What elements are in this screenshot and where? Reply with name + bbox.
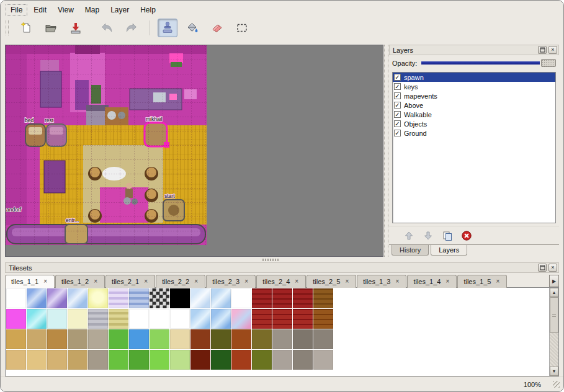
tileset-tile[interactable] bbox=[109, 329, 128, 349]
tileset-tile[interactable] bbox=[6, 350, 26, 370]
tileset-tile[interactable] bbox=[129, 288, 149, 308]
tileset-tile[interactable] bbox=[47, 329, 67, 349]
tileset-tile[interactable] bbox=[293, 329, 313, 349]
tileset-tile[interactable] bbox=[231, 350, 251, 370]
tileset-tab-tiles_1_3[interactable]: tiles_1_3× bbox=[357, 275, 406, 288]
scroll-up-icon[interactable]: ▲ bbox=[550, 288, 558, 297]
tab-close-icon[interactable]: × bbox=[444, 278, 450, 285]
tab-close-icon[interactable]: × bbox=[143, 278, 149, 285]
tileset-tile[interactable] bbox=[231, 329, 251, 349]
menu-edit[interactable]: Edit bbox=[29, 4, 51, 16]
tileset-tile[interactable] bbox=[252, 329, 272, 349]
toolbar-drag-handle[interactable] bbox=[6, 20, 9, 35]
layer-row-mapevents[interactable]: ✓mapevents bbox=[393, 91, 555, 100]
tileset-scrollbar[interactable]: ▲ ▼ bbox=[549, 288, 558, 376]
menu-file[interactable]: File bbox=[6, 4, 27, 16]
tab-close-icon[interactable]: × bbox=[92, 278, 99, 285]
dock-tab-history[interactable]: History bbox=[392, 245, 429, 256]
tileset-tab-tiles_2_4[interactable]: tiles_2_4× bbox=[256, 275, 306, 288]
tileset-tile[interactable] bbox=[170, 350, 190, 370]
lower-layer-button[interactable] bbox=[421, 228, 436, 243]
tileset-tile[interactable] bbox=[68, 350, 87, 370]
tileset-tile[interactable] bbox=[27, 309, 47, 329]
tileset-tile[interactable] bbox=[293, 350, 313, 370]
tileset-tab-tiles_2_5[interactable]: tiles_2_5× bbox=[307, 275, 356, 288]
opacity-slider[interactable] bbox=[421, 58, 556, 68]
tileset-tab-tiles_2_2[interactable]: tiles_2_2× bbox=[156, 275, 205, 288]
tileset-tile[interactable] bbox=[47, 309, 67, 329]
tileset-tile[interactable] bbox=[272, 309, 292, 329]
menu-map[interactable]: Map bbox=[80, 4, 104, 16]
tileset-tile[interactable] bbox=[252, 309, 272, 329]
float-icon[interactable] bbox=[538, 264, 547, 272]
scrollbar-thumb[interactable] bbox=[550, 297, 558, 333]
dock-resize-handle[interactable] bbox=[384, 45, 388, 257]
tileset-tile[interactable] bbox=[88, 350, 108, 370]
rect-select-button[interactable] bbox=[232, 19, 252, 37]
tileset-tile[interactable] bbox=[6, 309, 26, 329]
tileset-tile[interactable] bbox=[109, 309, 128, 329]
layer-row-objects[interactable]: ✓Objects bbox=[393, 119, 555, 128]
tileset-tile[interactable] bbox=[129, 350, 149, 370]
tileset-tile[interactable] bbox=[293, 309, 313, 329]
tileset-tile[interactable] bbox=[6, 288, 26, 308]
tileset-tile[interactable] bbox=[6, 329, 26, 349]
tileset-tile[interactable] bbox=[190, 329, 210, 349]
tab-close-icon[interactable]: × bbox=[42, 278, 48, 285]
menu-view[interactable]: View bbox=[53, 4, 79, 16]
tileset-tile[interactable] bbox=[313, 350, 333, 370]
tileset-tab-tiles_1_5[interactable]: tiles_1_5× bbox=[457, 275, 507, 288]
new-button[interactable] bbox=[16, 19, 36, 37]
tileset-tile[interactable] bbox=[313, 329, 333, 349]
tileset-tile[interactable] bbox=[150, 288, 169, 308]
menu-help[interactable]: Help bbox=[135, 4, 161, 16]
eraser-button[interactable] bbox=[207, 19, 227, 37]
delete-layer-button[interactable] bbox=[459, 228, 474, 243]
close-icon[interactable]: × bbox=[548, 46, 557, 54]
tileset-tile[interactable] bbox=[170, 329, 190, 349]
open-button[interactable] bbox=[41, 19, 61, 37]
opacity-slider-handle[interactable] bbox=[541, 59, 556, 67]
tab-close-icon[interactable]: × bbox=[243, 278, 249, 285]
tab-scroll-right-icon[interactable]: ▶ bbox=[549, 275, 559, 287]
tileset-tile[interactable] bbox=[211, 309, 231, 329]
tab-close-icon[interactable]: × bbox=[394, 278, 400, 285]
tileset-tile[interactable] bbox=[252, 288, 272, 308]
layer-visibility-checkbox[interactable]: ✓ bbox=[394, 120, 401, 127]
tileset-tile[interactable] bbox=[129, 309, 149, 329]
tileset-tile[interactable] bbox=[27, 329, 47, 349]
tileset-tile[interactable] bbox=[109, 350, 128, 370]
tileset-tile[interactable] bbox=[313, 288, 333, 308]
tileset-tab-tiles_1_2[interactable]: tiles_1_2× bbox=[55, 275, 105, 288]
redo-button[interactable] bbox=[122, 19, 141, 37]
layer-visibility-checkbox[interactable]: ✓ bbox=[394, 83, 401, 90]
layer-row-spawn[interactable]: ✓spawn bbox=[393, 73, 555, 82]
tileset-tile[interactable] bbox=[88, 288, 108, 308]
undo-button[interactable] bbox=[97, 19, 117, 37]
save-button[interactable] bbox=[66, 19, 86, 37]
tileset-tile[interactable] bbox=[231, 309, 251, 329]
tileset-tile[interactable] bbox=[47, 288, 67, 308]
tileset-tile[interactable] bbox=[293, 288, 313, 308]
tab-close-icon[interactable]: × bbox=[293, 278, 300, 285]
layer-visibility-checkbox[interactable]: ✓ bbox=[394, 74, 401, 81]
layer-visibility-checkbox[interactable]: ✓ bbox=[394, 102, 401, 109]
raise-layer-button[interactable] bbox=[401, 228, 416, 243]
tileset-tile[interactable] bbox=[313, 309, 333, 329]
menu-layer[interactable]: Layer bbox=[105, 4, 134, 16]
tileset-tile[interactable] bbox=[88, 309, 108, 329]
tileset-tile[interactable] bbox=[272, 288, 292, 308]
layer-visibility-checkbox[interactable]: ✓ bbox=[394, 92, 401, 99]
tileset-tile[interactable] bbox=[190, 309, 210, 329]
tileset-tile[interactable] bbox=[68, 329, 87, 349]
tileset-tile[interactable] bbox=[88, 329, 108, 349]
dock-tab-layers[interactable]: Layers bbox=[431, 245, 467, 256]
map-canvas[interactable]: bedrestmikhailstartentr...andorf bbox=[6, 45, 383, 257]
bucket-fill-button[interactable] bbox=[182, 19, 202, 37]
tileset-tile[interactable] bbox=[150, 350, 169, 370]
layer-row-keys[interactable]: ✓keys bbox=[393, 82, 555, 91]
tab-close-icon[interactable]: × bbox=[193, 278, 199, 285]
tileset-tile[interactable] bbox=[150, 309, 169, 329]
layer-row-walkable[interactable]: ✓Walkable bbox=[393, 110, 555, 119]
tileset-tile[interactable] bbox=[231, 288, 251, 308]
